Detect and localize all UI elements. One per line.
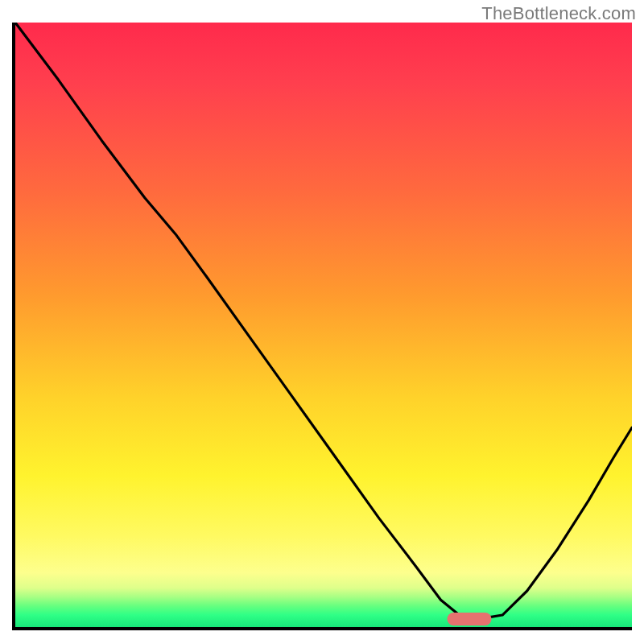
bottleneck-curve xyxy=(15,23,632,618)
optimum-marker xyxy=(448,613,492,625)
curve-svg xyxy=(15,23,632,627)
chart-container: TheBottleneck.com xyxy=(0,0,644,644)
watermark-text: TheBottleneck.com xyxy=(481,3,636,24)
plot-area xyxy=(12,23,632,630)
